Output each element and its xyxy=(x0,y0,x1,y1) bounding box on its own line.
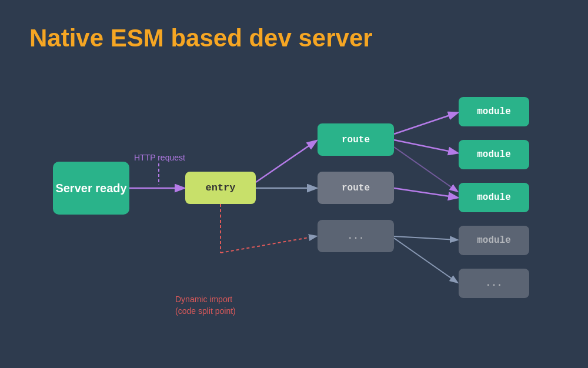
module3-node: module xyxy=(459,183,529,212)
diagram-area: Server ready HTTP request entry route ro… xyxy=(29,65,559,350)
module1-node: module xyxy=(459,97,529,126)
dots-left-node: ... xyxy=(318,220,394,252)
slide-title: Native ESM based dev server xyxy=(29,24,559,53)
server-ready-node: Server ready xyxy=(53,162,129,215)
entry-node: entry xyxy=(185,172,256,204)
route2-node: route xyxy=(318,172,394,204)
dots-right-node: ... xyxy=(459,269,529,298)
svg-line-7 xyxy=(394,140,457,153)
svg-line-9 xyxy=(394,147,457,191)
slide: Native ESM based dev server xyxy=(0,0,588,368)
module2-node: module xyxy=(459,140,529,169)
svg-line-11 xyxy=(394,238,457,282)
http-request-label: HTTP request xyxy=(134,153,185,162)
dynamic-import-label: Dynamic import(code split point) xyxy=(175,294,236,317)
svg-line-10 xyxy=(394,236,457,240)
svg-line-8 xyxy=(394,188,457,198)
module4-node: module xyxy=(459,226,529,255)
svg-line-6 xyxy=(394,113,457,134)
route1-node: route xyxy=(318,123,394,156)
svg-line-2 xyxy=(256,141,316,182)
svg-line-5 xyxy=(220,236,316,253)
